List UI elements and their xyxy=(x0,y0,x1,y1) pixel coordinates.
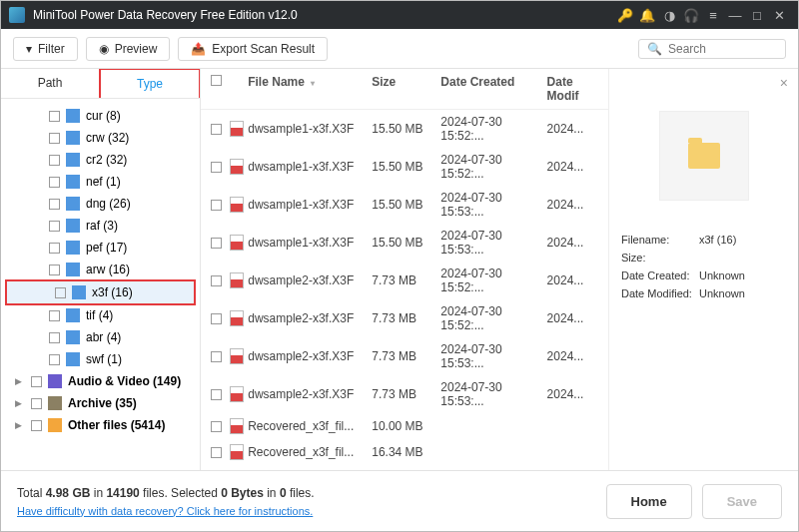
file-row[interactable]: dwsample2-x3f.X3F7.73 MB2024-07-30 15:52… xyxy=(201,299,608,337)
maximize-icon[interactable]: □ xyxy=(746,8,768,23)
chevron-right-icon[interactable]: ▶ xyxy=(15,376,25,386)
file-icon xyxy=(230,121,244,137)
group-checkbox[interactable] xyxy=(31,376,42,387)
headset-icon[interactable]: 🎧 xyxy=(680,8,702,23)
filetype-icon xyxy=(66,330,80,344)
item-checkbox[interactable] xyxy=(49,199,60,210)
sidebar-item-tif[interactable]: tif (4) xyxy=(1,304,200,326)
export-button[interactable]: 📤Export Scan Result xyxy=(178,37,328,61)
info-icon[interactable]: ◑ xyxy=(658,8,680,23)
filetype-icon xyxy=(66,109,80,123)
search-input[interactable] xyxy=(668,42,777,56)
sidebar-group[interactable]: ▶Other files (5414) xyxy=(1,414,200,436)
sidebar-item-cr2[interactable]: cr2 (32) xyxy=(1,149,200,171)
sidebar-item-label: raf (3) xyxy=(86,219,118,233)
file-size: 15.50 MB xyxy=(372,122,440,136)
row-checkbox[interactable] xyxy=(211,124,222,135)
file-date-modified: 2024... xyxy=(547,311,598,325)
chevron-right-icon[interactable]: ▶ xyxy=(15,398,25,408)
tree: cur (8)crw (32)cr2 (32)nef (1)dng (26)ra… xyxy=(1,99,200,442)
file-size: 15.50 MB xyxy=(372,236,440,250)
file-row[interactable]: dwsample1-x3f.X3F15.50 MB2024-07-30 15:5… xyxy=(201,224,608,262)
item-checkbox[interactable] xyxy=(49,310,60,321)
home-button[interactable]: Home xyxy=(606,484,692,519)
preview-button[interactable]: ◉Preview xyxy=(86,37,171,61)
save-button[interactable]: Save xyxy=(702,484,782,519)
sidebar-group[interactable]: ▶Audio & Video (149) xyxy=(1,370,200,392)
item-checkbox[interactable] xyxy=(49,332,60,343)
file-row[interactable]: dwsample2-x3f.X3F7.73 MB2024-07-30 15:53… xyxy=(201,337,608,375)
row-checkbox[interactable] xyxy=(211,351,222,362)
file-icon xyxy=(230,386,244,402)
sidebar-item-cur[interactable]: cur (8) xyxy=(1,105,200,127)
file-icon xyxy=(230,310,244,326)
row-checkbox[interactable] xyxy=(211,313,222,324)
sidebar-item-nef[interactable]: nef (1) xyxy=(1,171,200,193)
file-name: dwsample2-x3f.X3F xyxy=(248,387,372,401)
file-name: Recovered_x3f_fil... xyxy=(248,419,372,433)
help-link[interactable]: Have difficulty with data recovery? Clic… xyxy=(17,505,313,517)
item-checkbox[interactable] xyxy=(49,133,60,144)
file-row[interactable]: Recovered_x3f_fil...10.00 MB xyxy=(201,413,608,439)
item-checkbox[interactable] xyxy=(49,265,60,275)
row-checkbox[interactable] xyxy=(211,389,222,400)
bell-icon[interactable]: 🔔 xyxy=(636,8,658,23)
file-row[interactable]: Recovered_x3f_fil...16.34 MB xyxy=(201,439,608,465)
detail-modified: Unknown xyxy=(699,287,745,299)
file-row[interactable]: Recovered_x3f_fil...15.50 MB xyxy=(201,465,608,470)
sidebar-item-dng[interactable]: dng (26) xyxy=(1,193,200,215)
row-checkbox[interactable] xyxy=(211,200,222,211)
row-checkbox[interactable] xyxy=(211,238,222,249)
file-row[interactable]: dwsample1-x3f.X3F15.50 MB2024-07-30 15:5… xyxy=(201,186,608,224)
item-checkbox[interactable] xyxy=(49,155,60,166)
item-checkbox[interactable] xyxy=(49,243,60,254)
row-checkbox[interactable] xyxy=(211,447,222,458)
menu-icon[interactable]: ≡ xyxy=(702,8,724,23)
sidebar-item-arw[interactable]: arw (16) xyxy=(1,259,200,280)
item-checkbox[interactable] xyxy=(49,111,60,122)
file-date-created: 2024-07-30 15:53:... xyxy=(440,191,546,219)
search-icon: 🔍 xyxy=(647,42,662,56)
tab-path[interactable]: Path xyxy=(1,69,99,98)
item-checkbox[interactable] xyxy=(49,177,60,188)
filetype-icon xyxy=(66,241,80,255)
sidebar-item-swf[interactable]: swf (1) xyxy=(1,348,200,370)
sidebar-group[interactable]: ▶Archive (35) xyxy=(1,392,200,414)
file-row[interactable]: dwsample1-x3f.X3F15.50 MB2024-07-30 15:5… xyxy=(201,148,608,186)
file-icon xyxy=(230,159,244,175)
sidebar-item-crw[interactable]: crw (32) xyxy=(1,127,200,149)
filter-button[interactable]: ▾Filter xyxy=(13,37,78,61)
sidebar-item-abr[interactable]: abr (4) xyxy=(1,326,200,348)
key-icon[interactable]: 🔑 xyxy=(614,8,636,23)
file-row[interactable]: dwsample2-x3f.X3F7.73 MB2024-07-30 15:53… xyxy=(201,375,608,413)
item-checkbox[interactable] xyxy=(49,221,60,232)
file-name: dwsample1-x3f.X3F xyxy=(248,198,372,212)
group-checkbox[interactable] xyxy=(31,398,42,409)
row-checkbox[interactable] xyxy=(211,162,222,173)
search-box[interactable]: 🔍 xyxy=(638,39,786,59)
tab-type[interactable]: Type xyxy=(99,69,201,98)
minimize-icon[interactable]: — xyxy=(724,8,746,23)
row-checkbox[interactable] xyxy=(211,421,222,432)
item-checkbox[interactable] xyxy=(55,287,66,298)
item-checkbox[interactable] xyxy=(49,354,60,365)
chevron-right-icon[interactable]: ▶ xyxy=(15,420,25,430)
select-all-checkbox[interactable] xyxy=(211,75,222,86)
column-date-created[interactable]: Date Created xyxy=(440,75,546,103)
titlebar: MiniTool Power Data Recovery Free Editio… xyxy=(1,1,798,29)
group-checkbox[interactable] xyxy=(31,420,42,431)
sidebar-item-pef[interactable]: pef (17) xyxy=(1,237,200,259)
column-name[interactable]: File Name▾ xyxy=(248,75,372,103)
file-size: 7.73 MB xyxy=(372,387,440,401)
column-size[interactable]: Size xyxy=(372,75,440,103)
sidebar-item-raf[interactable]: raf (3) xyxy=(1,215,200,237)
close-details-icon[interactable]: × xyxy=(780,75,788,91)
column-date-modified[interactable]: Date Modif xyxy=(547,75,598,103)
close-icon[interactable]: ✕ xyxy=(768,8,790,23)
sidebar-item-x3f[interactable]: x3f (16) xyxy=(5,279,196,305)
app-logo-icon xyxy=(9,7,25,23)
file-row[interactable]: dwsample2-x3f.X3F7.73 MB2024-07-30 15:52… xyxy=(201,262,608,299)
file-row[interactable]: dwsample1-x3f.X3F15.50 MB2024-07-30 15:5… xyxy=(201,110,608,148)
export-label: Export Scan Result xyxy=(212,42,315,56)
row-checkbox[interactable] xyxy=(211,275,222,286)
